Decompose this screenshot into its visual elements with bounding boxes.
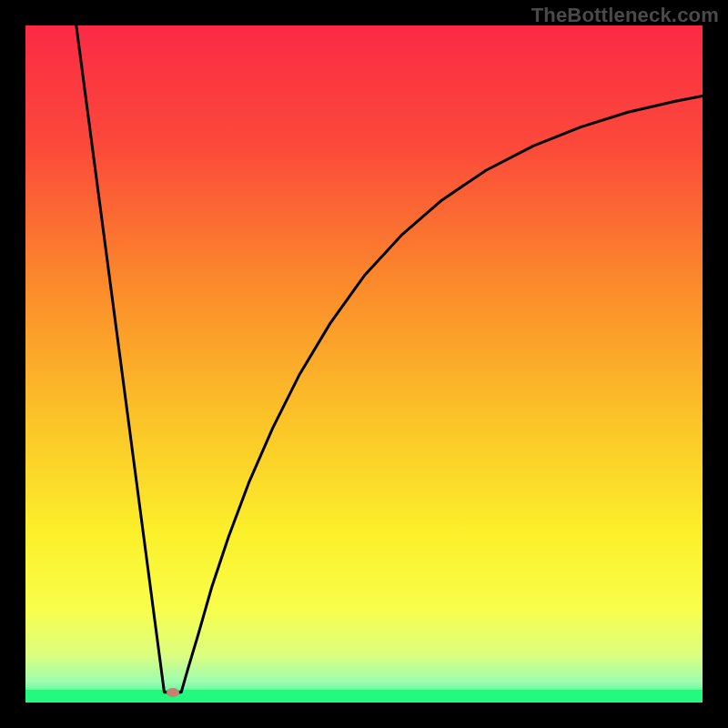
watermark-text: TheBottleneck.com bbox=[531, 4, 719, 27]
curve-path bbox=[76, 25, 703, 693]
optimum-marker bbox=[167, 688, 179, 697]
bottleneck-curve bbox=[25, 25, 703, 703]
plot-area bbox=[25, 25, 703, 703]
